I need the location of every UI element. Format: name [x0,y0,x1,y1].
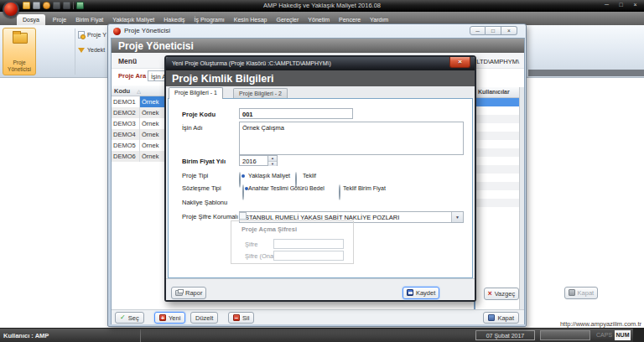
work-name-textarea[interactable]: Örnek Çalışma [239,122,464,155]
project-type-label: Proje Tipi [182,172,208,179]
save-icon[interactable] [33,2,40,9]
users-column-header[interactable]: Kullanıcılar [475,87,519,98]
project-code-label: Proje Kodu [182,111,216,118]
printer-icon [175,290,183,296]
edit-label: Düzelt [195,314,213,322]
maximize-icon[interactable]: □ [486,26,501,35]
cancel-button[interactable]: × Vazgeç [484,288,519,300]
menu-label[interactable]: Menü [118,57,137,65]
manager-header-title: Proje Yöneticisi [118,40,194,52]
close-icon[interactable]: × [501,26,517,35]
check-icon: ✓ [120,314,126,321]
disabled-tool-icon-1 [53,2,60,9]
close-dialog-button: Kapat [564,287,599,299]
work-name-label: İşin Adı [182,124,203,132]
project-code-cell[interactable]: DEMO2 [112,107,140,118]
project-manager-button[interactable]: Proje Yöneticisi [3,28,36,75]
close-icon[interactable]: × [449,57,470,68]
minus-icon: − [233,314,240,321]
password-group-title: Proje Açma Şifresi [242,225,297,233]
ribbon-edge-strip [528,70,644,76]
vendor-url[interactable]: http://www.ampyazilim.com.tr [560,320,641,328]
open-folder-icon[interactable] [23,2,30,9]
project-code-cell[interactable]: DEMO5 [112,140,140,151]
project-code-input[interactable]: 001 [239,108,353,119]
toolbar-separator [73,2,74,9]
statusbar: Kullanıcı : AMP 07 Şubat 2017 CAPS NUM [0,328,644,342]
project-code-cell[interactable]: DEMO1 [112,96,140,107]
save-label: Kaydet [416,289,435,297]
unit-price-year-label: Birim Fiyat Yılı [182,158,226,165]
cancel-x-icon: × [488,290,492,297]
delete-button[interactable]: − Sil [228,312,254,324]
exit-icon [569,289,575,296]
manager-button-bar: ✓ Seç + Yeni Düzelt − Sil Kapat [112,309,524,324]
app-screen: AMP Hakediş ve Yaklaşık Maliyet 2016.08 … [0,0,644,342]
window-app-icon [113,28,121,35]
minimize-icon[interactable]: ─ [470,26,486,35]
disabled-tool-icon-2 [63,2,70,9]
radio-teklif-birim-fiyat[interactable] [339,184,340,200]
report-label: Rapor [185,289,202,297]
ribbon-separator [75,28,75,75]
chevron-down-icon[interactable]: ▼ [451,212,463,222]
select-button[interactable]: ✓ Seç [115,312,144,324]
new-button[interactable]: + Yeni [154,312,185,324]
close-window-button[interactable]: Kapat [483,312,519,324]
save-button[interactable]: Kaydet [402,287,439,299]
tab-proje[interactable]: Proje [51,14,68,25]
tab-dosya[interactable]: Dosya [17,14,45,25]
report-button[interactable]: Rapor [171,287,206,299]
project-backup-button[interactable]: Proje Y [78,31,106,39]
year-spinner[interactable]: ▲ ▼ [268,155,278,166]
edit-button[interactable]: Düzelt [190,312,218,324]
select-label: Seç [128,314,139,322]
restore-label: Yedekt [87,47,105,53]
cancel-label: Vazgeç [495,290,515,298]
radio-yaklasik-maliyet-label[interactable]: Yaklaşık Maliyet [248,173,290,179]
password-protected-label: Proje Şifre Korumalı [182,213,238,220]
delete-label: Sil [242,314,249,322]
password-protected-checkbox[interactable] [239,212,247,220]
key-icon[interactable] [43,2,50,9]
unit-price-year-input[interactable]: 2016 [239,155,268,166]
code-column-header[interactable]: Kodu [112,87,130,95]
maximize-icon[interactable]: □ [615,1,626,9]
radio-anahtar-teslimi[interactable] [242,184,244,200]
spin-down-icon[interactable]: ▼ [268,161,277,166]
statusbar-user: Kullanıcı : AMP [3,332,49,339]
tab-birim-fiyat[interactable]: Birim Fiyat [74,14,105,25]
project-code-cell[interactable]: DEMO4 [112,129,140,140]
app-logo-orb[interactable] [3,1,19,18]
window-controls: ─ □ × [470,26,517,35]
tab-proje-bilgileri-1[interactable]: Proje Bilgileri - 1 [169,87,223,99]
plugin-icon[interactable] [76,2,84,9]
radio-yaklasik-maliyet[interactable] [239,172,241,188]
sort-asc-icon: △ [137,88,141,94]
folder-icon [13,33,28,44]
restore-backup-button[interactable]: Yedekt [78,47,105,53]
users-rows[interactable] [475,106,519,207]
minimize-icon[interactable]: ─ [601,1,612,9]
close-icon[interactable]: × [630,1,641,9]
password-confirm-input[interactable] [273,251,344,261]
radio-anahtar-teslimi-label[interactable]: Anahtar Teslimi Götürü Bedel [248,185,325,191]
project-code-cell[interactable]: DEMO6 [112,151,140,162]
radio-teklif-label[interactable]: Teklif [303,173,316,179]
resize-grip[interactable] [633,329,644,342]
radio-teklif-birim-fiyat-label[interactable]: Teklif Birim Fiyat [343,185,386,191]
quick-access-toolbar [23,2,84,9]
new-project-dialog: Yeni Proje Oluşturma (Proje Klasörü :C:\… [164,55,476,302]
users-selected-row[interactable] [475,98,519,106]
password-input[interactable] [273,239,344,249]
users-panel[interactable]: Kullanıcılar [474,87,519,309]
project-manager-label: Proje Yöneticisi [3,60,35,73]
new-label: Yeni [169,314,180,322]
project-code-cell[interactable]: DEMO3 [112,118,140,129]
plus-icon: + [159,314,166,321]
backup-label: Proje Y [87,32,106,38]
statusbar-separator [140,329,141,342]
users-scrollbar[interactable] [519,87,524,309]
backup-icon [78,31,85,39]
window-title: Proje Yöneticisi [124,27,170,34]
